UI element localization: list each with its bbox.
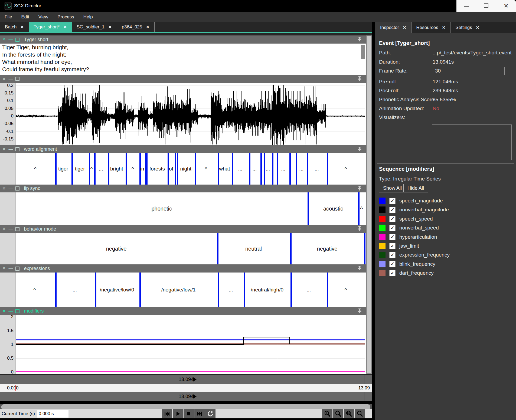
panel-close-icon[interactable]: ✕ xyxy=(2,37,6,42)
panel-maximize-icon[interactable] xyxy=(15,309,19,313)
panel-header-waveform: ✕— xyxy=(0,75,366,83)
zoom-selection-button[interactable] xyxy=(344,409,354,418)
tab-settings[interactable]: Settings✕ xyxy=(450,22,484,33)
timeline-slider-bottom[interactable]: 13.094 xyxy=(0,392,372,401)
panel-close-icon[interactable]: ✕ xyxy=(2,227,6,231)
visualizers-box[interactable] xyxy=(432,124,512,160)
menu-process[interactable]: Process xyxy=(53,12,79,22)
timeline-slider-top[interactable]: 13.094 xyxy=(0,375,372,384)
pin-icon[interactable] xyxy=(358,37,362,42)
panel-content-behavior[interactable]: negativeneutralnegative xyxy=(0,233,366,264)
panel-content-word[interactable]: ^tigertiger^...bright^inforestsofnight^w… xyxy=(0,153,366,185)
series-visibility-checkbox[interactable]: ✓ xyxy=(389,243,396,249)
panel-close-icon[interactable]: ✕ xyxy=(2,77,6,81)
panel-maximize-icon[interactable] xyxy=(15,227,19,231)
tab-inspector[interactable]: Inspector✕ xyxy=(375,22,412,33)
segment-label: ... xyxy=(252,166,257,172)
series-visibility-checkbox[interactable]: ✓ xyxy=(389,216,396,222)
segment-boundary xyxy=(89,153,90,185)
zoom-out-button[interactable] xyxy=(333,409,343,418)
tab-close-icon[interactable]: ✕ xyxy=(20,25,24,29)
menu-edit[interactable]: Edit xyxy=(17,12,34,22)
panel-maximize-icon[interactable] xyxy=(15,267,19,271)
show-all-button[interactable]: Show All xyxy=(379,184,406,192)
zoom-in-button[interactable] xyxy=(322,409,332,418)
tab-close-icon[interactable]: ✕ xyxy=(476,25,479,30)
close-icon[interactable]: ✕ xyxy=(501,2,511,9)
series-name-label: blink_frequency xyxy=(399,261,435,267)
pin-icon[interactable] xyxy=(358,146,362,152)
panel-minimize-icon[interactable]: — xyxy=(8,309,13,313)
panel-header-lip: ✕—lip sync xyxy=(0,185,366,192)
segment-boundary xyxy=(232,153,233,185)
skip-to-end-button[interactable] xyxy=(194,409,205,418)
skip-to-start-button[interactable] xyxy=(162,409,172,418)
hide-all-button[interactable]: Hide All xyxy=(403,184,428,192)
stop-button[interactable] xyxy=(184,409,194,418)
tab-resources[interactable]: Resources✕ xyxy=(412,22,451,33)
tab-p364-025[interactable]: p364_025✕ xyxy=(117,22,155,32)
text-panel-scrollbar[interactable] xyxy=(361,45,365,59)
panel-minimize-icon[interactable]: — xyxy=(8,266,13,271)
tab-close-icon[interactable]: ✕ xyxy=(403,25,406,30)
panel-maximize-icon[interactable] xyxy=(15,77,19,81)
series-visibility-checkbox[interactable]: ✓ xyxy=(389,270,396,276)
pin-icon[interactable] xyxy=(358,265,362,271)
series-visibility-checkbox[interactable]: ✓ xyxy=(389,207,396,213)
series-visibility-checkbox[interactable]: ✓ xyxy=(389,225,396,231)
panel-maximize-icon[interactable] xyxy=(15,38,19,42)
panel-content-modifiers[interactable]: 21.510.50 xyxy=(0,315,366,374)
panel-minimize-icon[interactable]: — xyxy=(8,227,13,231)
panel-minimize-icon[interactable]: — xyxy=(8,77,13,81)
tab-close-icon[interactable]: ✕ xyxy=(146,25,149,29)
document-tab-bar: Batch✕Tyger_short*✕SG_soldier_1✕p364_025… xyxy=(0,22,372,32)
pin-icon[interactable] xyxy=(358,76,362,82)
inspector-field-value: No xyxy=(433,106,439,111)
segment-boundary xyxy=(108,153,109,185)
current-time-value[interactable]: 0.000 s xyxy=(37,410,68,418)
series-visibility-checkbox[interactable]: ✓ xyxy=(389,198,396,204)
tab-close-icon[interactable]: ✕ xyxy=(108,25,112,29)
panel-close-icon[interactable]: ✕ xyxy=(2,147,6,152)
panel-minimize-icon[interactable]: — xyxy=(8,37,13,42)
tab-batch[interactable]: Batch✕ xyxy=(0,22,29,32)
ruler-start-label: 0.000 xyxy=(7,384,19,392)
play-button[interactable] xyxy=(173,409,183,418)
menu-file[interactable]: File xyxy=(0,12,17,22)
maximize-icon[interactable] xyxy=(481,3,492,9)
timeline-cursor-icon[interactable] xyxy=(193,377,197,382)
panel-maximize-icon[interactable] xyxy=(15,147,19,151)
tab-close-icon[interactable]: ✕ xyxy=(63,25,67,29)
pin-icon[interactable] xyxy=(358,226,362,232)
minimize-icon[interactable]: — xyxy=(461,3,472,9)
panel-minimize-icon[interactable]: — xyxy=(8,186,13,191)
panel-maximize-icon[interactable] xyxy=(15,186,19,191)
pin-icon[interactable] xyxy=(358,308,362,314)
waveform-canvas[interactable] xyxy=(16,83,365,145)
zoom-fit-button[interactable] xyxy=(355,409,365,418)
modifiers-canvas[interactable] xyxy=(16,315,365,374)
series-visibility-checkbox[interactable]: ✓ xyxy=(389,261,396,267)
panel-minimize-icon[interactable]: — xyxy=(8,147,13,152)
series-visibility-checkbox[interactable]: ✓ xyxy=(389,234,396,240)
tab-sg-soldier-1[interactable]: SG_soldier_1✕ xyxy=(72,22,117,32)
panel-content-lip[interactable]: phoneticacoustic^ xyxy=(0,192,366,225)
panel-content-expressions[interactable]: ^.../negative/low/0/negative/low/1.../ne… xyxy=(0,273,366,307)
workspace-vertical-scrollbar[interactable] xyxy=(366,35,372,374)
ruler-playhead-caret[interactable] xyxy=(15,385,16,391)
loop-button[interactable] xyxy=(205,409,215,418)
tab-tyger-short-[interactable]: Tyger_short*✕ xyxy=(29,22,72,32)
segment-boundary xyxy=(272,153,273,185)
panel-content-waveform[interactable]: 0.20.150.10.050-0.05-0.1-0.15 xyxy=(0,83,366,145)
panel-content-text[interactable]: Tiger Tiger, burning bright,In the fores… xyxy=(0,44,366,75)
tab-close-icon[interactable]: ✕ xyxy=(442,25,446,30)
timeline-cursor-icon[interactable] xyxy=(193,394,197,399)
menu-view[interactable]: View xyxy=(34,12,53,22)
series-visibility-checkbox[interactable]: ✓ xyxy=(389,252,396,258)
panel-close-icon[interactable]: ✕ xyxy=(2,266,6,271)
frame-rate-input[interactable] xyxy=(432,67,505,75)
panel-close-icon[interactable]: ✕ xyxy=(2,186,6,191)
menu-help[interactable]: Help xyxy=(79,12,97,22)
pin-icon[interactable] xyxy=(358,186,362,192)
panel-close-icon[interactable]: ✕ xyxy=(2,309,6,313)
